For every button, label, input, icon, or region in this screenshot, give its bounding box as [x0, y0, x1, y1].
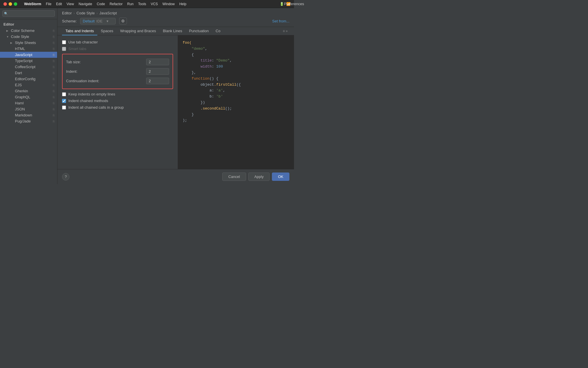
sidebar-item-coffeescript[interactable]: CoffeeScript ⎘: [0, 64, 57, 70]
set-from-link[interactable]: Set from...: [272, 19, 289, 23]
code-line-7: function() {: [183, 76, 289, 82]
sidebar-item-label: HTML: [15, 47, 25, 51]
indent-highlight-box: Tab size: Indent: Continuation indent:: [62, 54, 173, 89]
menu-refactor[interactable]: Refactor: [110, 2, 123, 6]
code-line-12: .secondCall();: [183, 106, 289, 112]
tabs-overflow-icon[interactable]: ≡ »: [281, 28, 289, 34]
arrow-icon: ▶: [6, 29, 10, 32]
arrow-icon: ▶: [10, 41, 14, 44]
scheme-value: Default: [83, 19, 94, 23]
code-line-11: }): [183, 100, 289, 106]
scheme-suffix: IDE: [96, 19, 103, 23]
content-area: Editor › Code Style › JavaScript Scheme:…: [57, 8, 294, 184]
use-tab-character-checkbox[interactable]: [62, 40, 66, 44]
sidebar-item-javascript[interactable]: JavaScript ⎘: [0, 52, 57, 58]
sidebar-item-label: CoffeeScript: [15, 65, 35, 69]
sidebar-item-haml[interactable]: Haml ⎘: [0, 100, 57, 106]
continuation-indent-row: Continuation indent:: [66, 76, 169, 86]
continuation-indent-input[interactable]: [146, 78, 169, 84]
menu-window[interactable]: Window: [163, 2, 175, 6]
tab-overflow[interactable]: Co: [212, 27, 224, 35]
bottom-bar: ? Cancel Apply OK: [57, 169, 294, 184]
tab-size-label: Tab size:: [66, 60, 146, 64]
sidebar-item-code-style[interactable]: ▼ Code Style ⎘: [0, 34, 57, 40]
indent-chained-checkbox[interactable]: [62, 99, 66, 103]
keep-indents-checkbox[interactable]: [62, 92, 66, 96]
tab-size-input[interactable]: [146, 59, 169, 65]
sidebar-item-style-sheets[interactable]: ▶ Style Sheets ⎘: [0, 40, 57, 46]
sidebar-item-label: EditorConfig: [15, 77, 36, 81]
content-header: Editor › Code Style › JavaScript Scheme:…: [57, 8, 294, 27]
scheme-label: Scheme:: [62, 19, 77, 23]
copy-icon: ⎘: [53, 89, 55, 93]
menu-help[interactable]: Help: [179, 2, 186, 6]
sidebar-item-dart[interactable]: Dart ⎘: [0, 70, 57, 76]
copy-icon: ⎘: [53, 29, 55, 32]
cancel-button[interactable]: Cancel: [222, 172, 246, 181]
gear-button[interactable]: ⚙: [119, 18, 127, 24]
sidebar-item-ejs[interactable]: EJS ⎘: [0, 82, 57, 88]
sidebar-item-typescript[interactable]: TypeScript ⎘: [0, 58, 57, 64]
apply-button[interactable]: Apply: [248, 172, 270, 181]
sidebar-item-label: GraphQL: [15, 95, 30, 99]
copy-icon: ⎘: [53, 120, 55, 123]
menu-navigate[interactable]: Navigate: [79, 2, 92, 6]
copy-icon: ⎘: [53, 95, 55, 99]
menu-view[interactable]: View: [67, 2, 74, 6]
code-line-6: },: [183, 70, 289, 76]
code-line-2: "demo",: [183, 46, 289, 52]
menu-edit[interactable]: Edit: [56, 2, 62, 6]
sidebar-item-label: TypeScript: [15, 59, 32, 63]
sidebar-item-label: EJS: [15, 83, 22, 87]
search-input[interactable]: [2, 10, 55, 17]
copy-icon: ⎘: [53, 41, 55, 45]
sidebar-item-editorconfig[interactable]: EditorConfig ⎘: [0, 76, 57, 82]
tab-tabs-and-indents[interactable]: Tabs and Indents: [62, 27, 97, 35]
sidebar-item-label: Dart: [15, 71, 22, 75]
sidebar-item-graphql[interactable]: GraphQL ⎘: [0, 94, 57, 100]
breadcrumb: Editor › Code Style › JavaScript: [62, 11, 289, 15]
indent-input[interactable]: [146, 68, 169, 75]
sidebar-item-json[interactable]: JSON ⎘: [0, 106, 57, 112]
tab-spaces[interactable]: Spaces: [97, 27, 117, 35]
menu-tools[interactable]: Tools: [138, 2, 146, 6]
indent-all-chained-row: Indent all chained calls in a group: [62, 104, 173, 111]
sidebar-item-label: Code Style: [11, 34, 29, 39]
editor-section-label: Editor: [0, 20, 57, 28]
indent-row: Indent:: [66, 67, 169, 76]
smart-tabs-checkbox[interactable]: [62, 47, 66, 51]
tab-wrapping-and-braces[interactable]: Wrapping and Braces: [117, 27, 159, 35]
help-button[interactable]: ?: [62, 173, 69, 181]
sidebar-item-pug-jade[interactable]: Pug/Jade ⎘: [0, 118, 57, 124]
sidebar-item-color-scheme[interactable]: ▶ Color Scheme ⎘: [0, 28, 57, 34]
copy-icon: ⎘: [53, 77, 55, 81]
breadcrumb-editor: Editor: [62, 11, 72, 15]
arrow-icon: ▼: [6, 35, 10, 38]
close-button[interactable]: [3, 2, 7, 6]
code-line-13: }: [183, 112, 289, 118]
sidebar-item-label: Haml: [15, 101, 24, 105]
menu-vcs[interactable]: VCS: [151, 2, 158, 6]
copy-icon: ⎘: [53, 83, 55, 87]
code-line-1: foo(: [183, 40, 289, 46]
tab-blank-lines[interactable]: Blank Lines: [159, 27, 185, 35]
battery-icon: 🔋: [280, 2, 284, 6]
sidebar-item-label: Markdown: [15, 113, 32, 117]
menu-file[interactable]: File: [46, 2, 51, 6]
scheme-dropdown[interactable]: Default IDE ▾: [80, 18, 116, 24]
menu-run[interactable]: Run: [127, 2, 134, 6]
maximize-button[interactable]: [14, 2, 17, 6]
ok-button[interactable]: OK: [272, 172, 289, 181]
sidebar-item-markdown[interactable]: Markdown ⎘: [0, 112, 57, 118]
sidebar-item-html[interactable]: HTML ⎘: [0, 46, 57, 52]
sidebar-item-label: Color Scheme: [11, 28, 34, 33]
sidebar-item-gherkin[interactable]: Gherkin ⎘: [0, 88, 57, 94]
tab-punctuation[interactable]: Punctuation: [185, 27, 212, 35]
menu-code[interactable]: Code: [97, 2, 105, 6]
copy-icon: ⎘: [53, 101, 55, 105]
smart-tabs-row: Smart tabs: [62, 45, 173, 52]
breadcrumb-sep-1: ›: [74, 11, 75, 15]
scheme-row: Scheme: Default IDE ▾ ⚙ Set from...: [62, 18, 289, 24]
minimize-button[interactable]: [9, 2, 12, 6]
indent-all-chained-checkbox[interactable]: [62, 106, 66, 110]
